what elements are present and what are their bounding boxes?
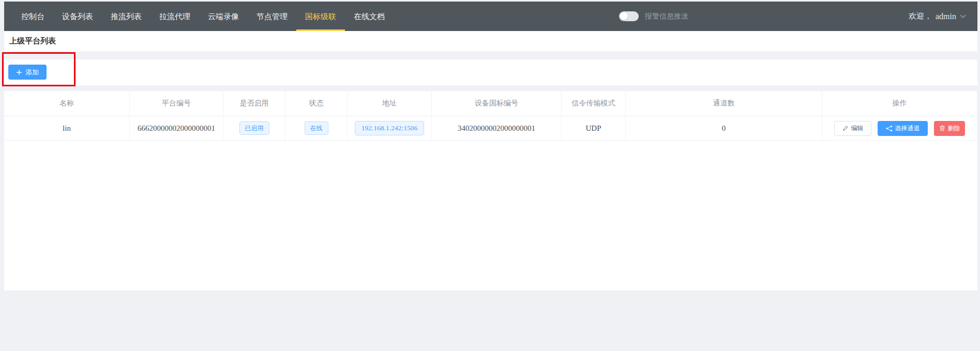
nav-tab-console[interactable]: 控制台	[12, 2, 53, 31]
top-navbar: 控制台 设备列表 推流列表 拉流代理 云端录像 节点管理 国标级联 在线文档 报…	[4, 2, 977, 31]
delete-button-label: 删除	[948, 124, 960, 133]
cell-transport: UDP	[562, 116, 626, 141]
cell-actions: 编辑 选择通道	[822, 116, 977, 141]
trash-icon	[939, 125, 945, 131]
chevron-down-icon	[960, 14, 966, 19]
col-header-platform-id: 平台编号	[130, 91, 223, 116]
col-header-status: 状态	[285, 91, 348, 116]
title-bar: 上级平台列表	[4, 31, 977, 51]
welcome-text: 欢迎，	[909, 11, 932, 21]
nav-tab-online-docs[interactable]: 在线文档	[345, 2, 394, 31]
add-button-label: 添加	[25, 68, 39, 77]
col-header-enabled: 是否启用	[223, 91, 285, 116]
nav-tab-push-list[interactable]: 推流列表	[102, 2, 150, 31]
username: admin	[936, 12, 956, 21]
status-badge: 在线	[305, 121, 328, 135]
col-header-address: 地址	[348, 91, 432, 116]
col-header-actions: 操作	[822, 91, 977, 116]
nav-tab-node-manage[interactable]: 节点管理	[248, 2, 296, 31]
nav-tab-device-list[interactable]: 设备列表	[53, 2, 102, 31]
enabled-badge: 已启用	[239, 121, 269, 135]
toggle-knob	[620, 12, 628, 20]
cell-enabled: 已启用	[223, 116, 285, 141]
user-menu[interactable]: 欢迎，admin	[909, 2, 966, 31]
platform-table: 名称 平台编号 是否启用 状态 地址 设备国标编号 信令传输模式 通道数 操作 …	[4, 91, 977, 141]
platform-table-card: 名称 平台编号 是否启用 状态 地址 设备国标编号 信令传输模式 通道数 操作 …	[4, 91, 977, 291]
page-title: 上级平台列表	[9, 36, 56, 46]
alarm-push-label: 报警信息推送	[645, 12, 688, 21]
alarm-push-toggle[interactable]	[619, 11, 639, 21]
cell-device-gb-id: 34020000002000000001	[432, 116, 562, 141]
cell-platform-id: 66620000002000000001	[130, 116, 223, 141]
add-button[interactable]: 添加	[8, 65, 47, 80]
col-header-device-gb-id: 设备国标编号	[432, 91, 562, 116]
col-header-transport: 信令传输模式	[562, 91, 626, 116]
cell-address: 192.168.1.242:1506	[348, 116, 432, 141]
select-channel-label: 选择通道	[895, 124, 920, 133]
cell-status: 在线	[285, 116, 348, 141]
nav-tab-pull-proxy[interactable]: 拉流代理	[150, 2, 199, 31]
row-actions: 编辑 选择通道	[834, 121, 965, 136]
toolbar: 添加	[4, 59, 977, 85]
nav-tab-cloud-record[interactable]: 云端录像	[199, 2, 248, 31]
col-header-name: 名称	[4, 91, 130, 116]
cell-name: lin	[4, 116, 130, 141]
pencil-icon	[842, 125, 849, 131]
address-badge: 192.168.1.242:1506	[355, 121, 424, 135]
nav-tabs: 控制台 设备列表 推流列表 拉流代理 云端录像 节点管理 国标级联 在线文档	[12, 2, 977, 31]
select-channel-button[interactable]: 选择通道	[878, 121, 928, 136]
nav-tab-gb-cascade[interactable]: 国标级联	[296, 2, 345, 31]
cell-channels: 0	[626, 116, 822, 141]
edit-button[interactable]: 编辑	[834, 121, 871, 136]
plus-icon	[16, 69, 22, 75]
alarm-push-toggle-group: 报警信息推送	[619, 2, 688, 31]
delete-button[interactable]: 删除	[934, 121, 965, 136]
col-header-channels: 通道数	[626, 91, 822, 116]
share-icon	[886, 125, 893, 132]
edit-button-label: 编辑	[851, 124, 864, 133]
